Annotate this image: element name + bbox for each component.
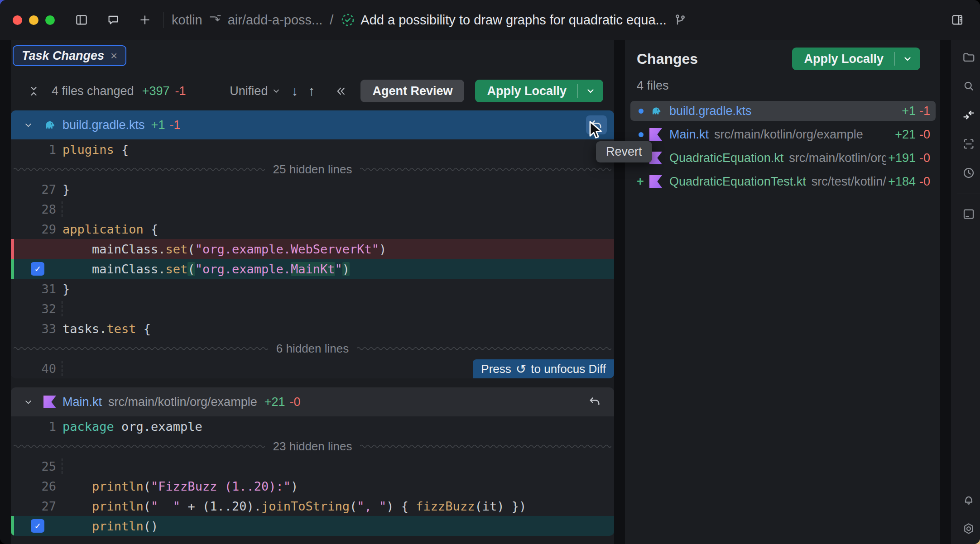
kotlin-icon (649, 128, 664, 141)
plus-icon: + (637, 175, 644, 189)
apply-locally-button[interactable]: Apply Locally (792, 52, 894, 66)
diff-card-main-kt: Main.kt src/main/kotlin/org/example +21 … (11, 387, 614, 536)
include-change-checkbox[interactable]: ✓ (31, 519, 44, 533)
close-icon[interactable]: × (110, 50, 117, 62)
wavy-separator (14, 346, 268, 351)
chat-button[interactable] (103, 10, 123, 30)
file-change-counts: +191-0 (888, 151, 930, 165)
diff-lines: 1package org.example23 hidden lines2526 … (11, 416, 614, 536)
hidden-lines-separator[interactable]: 23 hidden lines (11, 436, 614, 456)
revert-file-button[interactable] (586, 394, 603, 410)
new-tab-button[interactable] (135, 10, 155, 30)
gear-icon (962, 522, 975, 535)
toggle-left-panel-button[interactable] (72, 10, 91, 30)
undo-icon (588, 396, 601, 408)
file-additions: +1 (151, 118, 165, 132)
collapse-file-button[interactable] (19, 116, 37, 134)
branch-name[interactable]: air/add-a-poss... (228, 13, 323, 28)
toolbar-separator (324, 84, 324, 98)
code-text: println() (56, 519, 158, 533)
diff-cards: build.gradle.kts +1 -1 1plugins {25 hidd… (11, 110, 614, 536)
collapse-icon (28, 85, 40, 97)
files-count-label: 4 files (625, 79, 940, 93)
revert-all-button[interactable] (331, 82, 350, 100)
code-text: println("FizzBuzz (1..20):") (56, 479, 298, 493)
clock-icon (962, 166, 975, 180)
agent-review-button[interactable]: Agent Review (360, 80, 464, 102)
file-additions: +21 (264, 395, 285, 409)
diff-line-deleted: mainClass.set("org.example.WebServerKt") (11, 239, 614, 259)
tab-task-changes[interactable]: Task Changes × (13, 45, 126, 66)
file-deletions: -0 (919, 128, 930, 141)
include-change-checkbox[interactable]: ✓ (31, 262, 44, 276)
toggle-right-panel-button[interactable] (947, 10, 967, 30)
apply-locally-split-button: Apply Locally (475, 80, 603, 102)
settings-button[interactable] (958, 518, 980, 539)
changed-file-row[interactable]: build.gradle.kts+1-1 (630, 101, 936, 121)
diff-file-header[interactable]: build.gradle.kts +1 -1 (11, 110, 614, 139)
strip-divider (957, 194, 980, 194)
badge-suffix: to unfocus Diff (531, 362, 606, 376)
line-number: 29 (11, 222, 56, 236)
line-number: 33 (11, 322, 56, 336)
kotlin-icon (43, 395, 57, 409)
line-number: 28 (11, 202, 56, 216)
git-branch-icon (673, 13, 687, 27)
collapse-file-button[interactable] (19, 393, 37, 411)
files-tool-button[interactable] (958, 46, 980, 68)
line-number: 40 (11, 362, 56, 376)
changes-panel: Changes Apply Locally 4 files build.grad… (625, 40, 940, 544)
kotlin-icon (649, 175, 664, 188)
wavy-separator (360, 167, 611, 172)
review-tool-button[interactable] (958, 133, 980, 155)
close-window-button[interactable] (13, 15, 22, 25)
hidden-lines-separator[interactable]: 25 hidden lines (11, 159, 614, 179)
changed-file-row[interactable]: +QuadraticEquationTest.ktsrc/test/kotlin… (630, 172, 936, 191)
task-title[interactable]: Add a possibility to draw graphs for qua… (360, 13, 666, 28)
diff-line: 29application { (11, 219, 614, 239)
app-window: kotlin air/add-a-poss... / Add a possibi… (0, 0, 980, 544)
line-number: 26 (11, 479, 56, 493)
code-text: } (56, 282, 70, 296)
apply-locally-button[interactable]: Apply Locally (475, 84, 577, 98)
apply-locally-split-button: Apply Locally (792, 48, 920, 70)
next-change-button[interactable]: ↓ (291, 83, 298, 99)
folder-icon (962, 50, 975, 64)
gradle-icon (649, 104, 664, 118)
minimize-window-button[interactable] (29, 15, 38, 25)
line-number: 25 (11, 459, 56, 473)
history-tool-button[interactable] (958, 162, 980, 184)
changed-file-row[interactable]: +QuadraticEquation.ktsrc/main/kotlin/org… (630, 148, 936, 168)
changed-file-row[interactable]: Main.ktsrc/main/kotlin/org/example+21-0 (630, 124, 936, 144)
file-path: src/main/kotlin/org/example (789, 151, 886, 165)
wavy-separator (360, 444, 611, 449)
apply-locally-dropdown[interactable] (578, 86, 603, 96)
hidden-lines-label: 23 hidden lines (273, 439, 352, 453)
search-tool-button[interactable] (958, 75, 980, 97)
file-change-counts: +1-1 (902, 104, 930, 118)
line-number: 1 (11, 143, 56, 157)
file-additions: +191 (888, 151, 916, 165)
bottom-panel-tool-button[interactable] (958, 203, 980, 225)
project-name[interactable]: kotlin (172, 13, 202, 28)
notifications-button[interactable] (958, 489, 980, 511)
code-text: tasks.test { (56, 322, 151, 336)
gradle-icon (43, 118, 57, 132)
line-number: 27 (11, 182, 56, 196)
merge-arrows-icon (962, 108, 975, 122)
previous-change-button[interactable]: ↑ (308, 83, 315, 99)
diff-line-added: ✓ println() (11, 516, 614, 536)
chevron-down-icon (23, 397, 34, 407)
file-name: Main.kt (62, 395, 102, 409)
file-additions: +21 (895, 128, 916, 141)
diff-tool-button[interactable] (958, 104, 980, 126)
path-separator: / (330, 13, 333, 28)
diff-panel: Task Changes × 4 files changed +397 -1 U… (11, 40, 614, 544)
file-deletions: -0 (289, 395, 300, 409)
view-mode-dropdown[interactable]: Unified (230, 84, 281, 98)
zoom-window-button[interactable] (45, 15, 55, 25)
apply-locally-dropdown[interactable] (895, 53, 920, 64)
diff-file-header[interactable]: Main.kt src/main/kotlin/org/example +21 … (11, 387, 614, 416)
hidden-lines-separator[interactable]: 6 hidden lines (11, 339, 614, 358)
collapse-all-button[interactable] (24, 82, 43, 100)
